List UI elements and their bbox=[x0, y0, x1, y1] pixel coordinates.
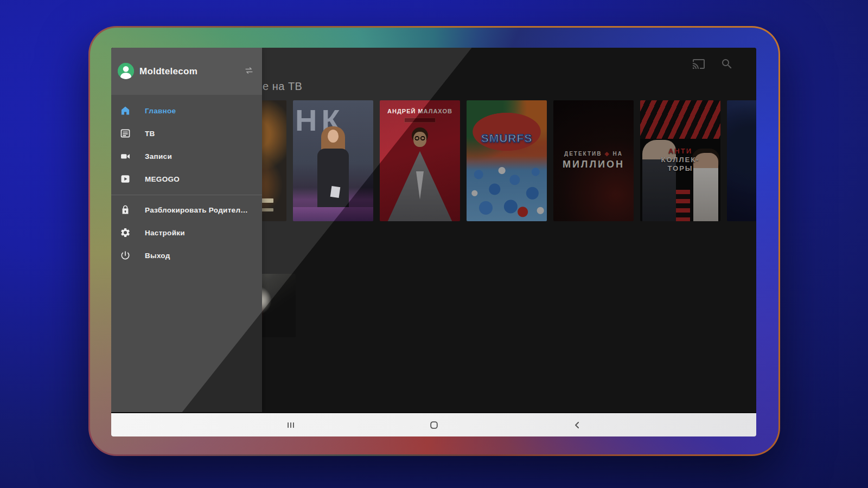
page-background: е на ТВ НК bbox=[0, 0, 868, 488]
back-button[interactable] bbox=[570, 418, 584, 432]
app-title: Moldtelecom bbox=[139, 66, 197, 77]
chevron-stripes bbox=[675, 190, 690, 221]
sidebar-item-home[interactable]: Главное bbox=[111, 99, 262, 122]
drawer-header: Moldtelecom bbox=[111, 48, 262, 95]
drawer-menu: Главное ТВ bbox=[111, 95, 262, 267]
sidebar-item-label: Разблокировать Родител… bbox=[145, 206, 248, 214]
topbar bbox=[692, 57, 733, 70]
presenter-figure bbox=[328, 130, 339, 143]
studio-desk bbox=[293, 207, 373, 221]
poster-tile-2[interactable]: НК bbox=[293, 100, 373, 221]
avatar[interactable] bbox=[118, 63, 134, 79]
settings-gear-icon bbox=[120, 227, 131, 238]
recordings-icon bbox=[120, 151, 131, 162]
tablet-frame: е на ТВ НК bbox=[88, 26, 780, 456]
menu-divider bbox=[111, 195, 262, 195]
nav-drawer: Moldtelecom Главное bbox=[111, 48, 262, 412]
cast-icon[interactable] bbox=[692, 57, 705, 70]
poster-tile-3[interactable]: АНДРЕЙ МАЛАХОВ bbox=[380, 100, 460, 221]
lock-icon bbox=[120, 204, 131, 215]
sidebar-item-label: MEGOGO bbox=[145, 175, 180, 183]
poster-title: АНДРЕЙ МАЛАХОВ bbox=[380, 108, 460, 114]
presenter-figure bbox=[317, 149, 349, 207]
poster-title: АНТИ bbox=[640, 147, 720, 155]
app-content: е на ТВ НК bbox=[111, 48, 756, 412]
section-title: е на ТВ bbox=[263, 80, 302, 93]
sidebar-item-recordings[interactable]: Записи bbox=[111, 145, 262, 168]
poster-title: SMURFS bbox=[467, 132, 547, 145]
poster-title: КОЛЛЕК- bbox=[640, 156, 720, 164]
sidebar-item-label: Настройки bbox=[145, 229, 185, 237]
poster-title-part: ДЕТЕКТИВ bbox=[564, 151, 602, 157]
tv-guide-icon bbox=[120, 128, 131, 139]
ornament: ◆ bbox=[604, 150, 610, 157]
poster-title: МИЛЛИОН bbox=[553, 159, 634, 170]
sidebar-item-label: Выход bbox=[145, 252, 170, 260]
recents-button[interactable] bbox=[284, 418, 298, 432]
sidebar-item-label: Главное bbox=[145, 107, 176, 115]
poster-tile-4[interactable]: SMURFS bbox=[467, 100, 547, 221]
poster-title: ТОРЫ bbox=[640, 164, 720, 172]
megogo-play-icon bbox=[120, 174, 131, 184]
home-button[interactable] bbox=[427, 418, 441, 432]
smurf-crowd bbox=[467, 155, 547, 221]
tablet-bezel: е на ТВ НК bbox=[90, 28, 778, 454]
poster-tile-7[interactable] bbox=[727, 100, 756, 221]
poster-badge bbox=[404, 118, 436, 123]
android-navbar bbox=[111, 412, 756, 436]
poster-title: ДЕТЕКТИВ ◆ НА bbox=[553, 150, 634, 157]
search-icon[interactable] bbox=[720, 57, 733, 70]
home-icon bbox=[120, 105, 131, 116]
sidebar-item-megogo[interactable]: MEGOGO bbox=[111, 168, 262, 190]
presenter-figure bbox=[330, 186, 341, 198]
poster-title-part: НА bbox=[613, 151, 623, 157]
tablet-screen: е на ТВ НК bbox=[111, 48, 756, 436]
sidebar-item-settings[interactable]: Настройки bbox=[111, 221, 262, 244]
poster-tile-6[interactable]: АНТИ КОЛЛЕК- ТОРЫ bbox=[640, 100, 720, 221]
sidebar-item-logout[interactable]: Выход bbox=[111, 244, 262, 267]
sidebar-item-parental-unlock[interactable]: Разблокировать Родител… bbox=[111, 198, 262, 221]
chevron-stripes bbox=[640, 100, 720, 139]
poster-tile-5[interactable]: ДЕТЕКТИВ ◆ НА МИЛЛИОН bbox=[553, 100, 634, 221]
power-icon bbox=[120, 250, 131, 261]
sidebar-item-label: ТВ bbox=[145, 130, 155, 138]
host-figure bbox=[413, 136, 426, 140]
sidebar-item-tv[interactable]: ТВ bbox=[111, 122, 262, 145]
sync-icon[interactable] bbox=[244, 65, 254, 76]
sidebar-item-label: Записи bbox=[145, 152, 172, 160]
